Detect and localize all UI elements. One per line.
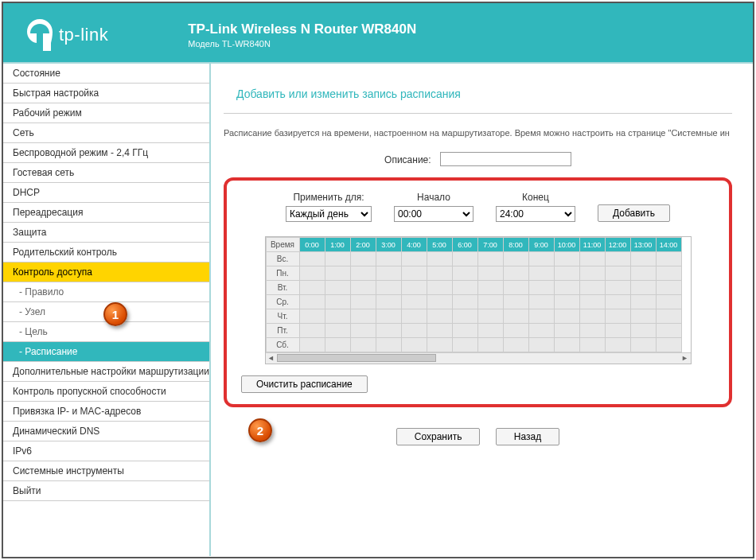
schedule-cell[interactable] [477, 309, 503, 324]
schedule-cell[interactable] [401, 295, 427, 309]
sidebar-item-3[interactable]: Сеть [3, 123, 209, 143]
save-button[interactable]: Сохранить [396, 428, 481, 445]
scroll-left-icon[interactable]: ◄ [267, 354, 276, 362]
schedule-cell[interactable] [376, 338, 401, 352]
schedule-cell[interactable] [477, 324, 503, 338]
sidebar-item-7[interactable]: Переадресация [3, 203, 209, 223]
schedule-cell[interactable] [630, 252, 656, 266]
schedule-cell[interactable] [325, 309, 350, 324]
schedule-cell[interactable] [477, 266, 503, 281]
schedule-cell[interactable] [605, 324, 630, 338]
schedule-cell[interactable] [376, 281, 401, 295]
sidebar-item-18[interactable]: Динамический DNS [3, 422, 209, 441]
schedule-cell[interactable] [452, 324, 477, 338]
schedule-cell[interactable] [630, 266, 656, 281]
schedule-cell[interactable] [452, 266, 477, 281]
sidebar-item-16[interactable]: Контроль пропускной способности [3, 382, 209, 402]
schedule-cell[interactable] [528, 281, 554, 295]
schedule-cell[interactable] [554, 252, 579, 266]
sidebar-item-15[interactable]: Дополнительные настройки маршрутизации [3, 362, 209, 382]
schedule-cell[interactable] [503, 295, 528, 309]
schedule-cell[interactable] [554, 309, 579, 324]
schedule-cell[interactable] [630, 338, 656, 352]
schedule-cell[interactable] [554, 338, 579, 352]
schedule-cell[interactable] [630, 281, 656, 295]
schedule-cell[interactable] [656, 266, 681, 281]
schedule-cell[interactable] [477, 252, 503, 266]
apply-select[interactable]: Каждый день [286, 206, 372, 222]
schedule-cell[interactable] [605, 252, 630, 266]
sidebar-item-13[interactable]: - Цель [3, 322, 209, 342]
schedule-cell[interactable] [350, 324, 376, 338]
schedule-cell[interactable] [427, 252, 452, 266]
end-select[interactable]: 24:00 [496, 206, 575, 222]
schedule-cell[interactable] [554, 324, 579, 338]
schedule-cell[interactable] [579, 266, 605, 281]
schedule-cell[interactable] [299, 252, 325, 266]
schedule-cell[interactable] [299, 295, 325, 309]
schedule-cell[interactable] [452, 295, 477, 309]
schedule-cell[interactable] [528, 252, 554, 266]
schedule-cell[interactable] [452, 252, 477, 266]
schedule-cell[interactable] [325, 338, 350, 352]
schedule-cell[interactable] [325, 266, 350, 281]
schedule-cell[interactable] [376, 266, 401, 281]
sidebar-item-6[interactable]: DHCP [3, 183, 209, 203]
sidebar-item-20[interactable]: Системные инструменты [3, 461, 209, 481]
schedule-cell[interactable] [452, 281, 477, 295]
schedule-cell[interactable] [299, 309, 325, 324]
start-select[interactable]: 00:00 [394, 206, 473, 222]
schedule-cell[interactable] [656, 252, 681, 266]
schedule-cell[interactable] [350, 338, 376, 352]
sidebar-item-21[interactable]: Выйти [3, 481, 209, 501]
schedule-cell[interactable] [401, 324, 427, 338]
schedule-cell[interactable] [452, 338, 477, 352]
schedule-cell[interactable] [376, 309, 401, 324]
schedule-cell[interactable] [376, 295, 401, 309]
schedule-cell[interactable] [554, 266, 579, 281]
schedule-cell[interactable] [579, 324, 605, 338]
clear-schedule-button[interactable]: Очистить расписание [241, 375, 368, 393]
schedule-cell[interactable] [325, 324, 350, 338]
schedule-cell[interactable] [427, 266, 452, 281]
sidebar-item-8[interactable]: Защита [3, 223, 209, 243]
sidebar-item-17[interactable]: Привязка IP- и MAC-адресов [3, 402, 209, 422]
schedule-cell[interactable] [299, 266, 325, 281]
sidebar-item-2[interactable]: Рабочий режим [3, 103, 209, 123]
schedule-cell[interactable] [299, 338, 325, 352]
schedule-cell[interactable] [427, 281, 452, 295]
schedule-cell[interactable] [350, 252, 376, 266]
schedule-cell[interactable] [401, 266, 427, 281]
schedule-cell[interactable] [579, 309, 605, 324]
schedule-cell[interactable] [528, 309, 554, 324]
schedule-cell[interactable] [630, 309, 656, 324]
schedule-cell[interactable] [401, 338, 427, 352]
schedule-cell[interactable] [656, 338, 681, 352]
schedule-cell[interactable] [299, 281, 325, 295]
sidebar-item-0[interactable]: Состояние [3, 64, 209, 84]
schedule-cell[interactable] [477, 338, 503, 352]
add-button[interactable]: Добавить [598, 204, 670, 222]
sidebar-item-1[interactable]: Быстрая настройка [3, 84, 209, 103]
sidebar-item-10[interactable]: Контроль доступа [3, 262, 209, 282]
schedule-cell[interactable] [656, 281, 681, 295]
schedule-cell[interactable] [350, 266, 376, 281]
schedule-cell[interactable] [477, 281, 503, 295]
schedule-cell[interactable] [579, 252, 605, 266]
schedule-cell[interactable] [554, 281, 579, 295]
schedule-cell[interactable] [605, 281, 630, 295]
schedule-cell[interactable] [528, 324, 554, 338]
schedule-cell[interactable] [427, 338, 452, 352]
schedule-cell[interactable] [427, 324, 452, 338]
schedule-cell[interactable] [376, 252, 401, 266]
schedule-cell[interactable] [427, 309, 452, 324]
schedule-cell[interactable] [401, 252, 427, 266]
schedule-cell[interactable] [401, 281, 427, 295]
schedule-cell[interactable] [325, 295, 350, 309]
schedule-cell[interactable] [350, 295, 376, 309]
schedule-cell[interactable] [299, 324, 325, 338]
schedule-cell[interactable] [605, 309, 630, 324]
schedule-cell[interactable] [477, 295, 503, 309]
schedule-cell[interactable] [503, 309, 528, 324]
scroll-right-icon[interactable]: ► [680, 354, 690, 362]
